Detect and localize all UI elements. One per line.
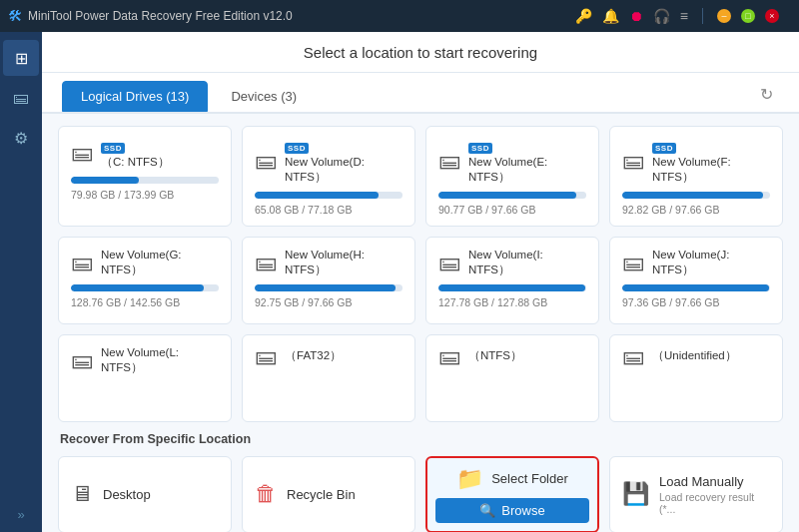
drive-card-unidentified[interactable]: 🖴 （Unidentified）: [609, 334, 783, 422]
drive-label: New Volume(D: NTFS）: [285, 155, 402, 185]
sidebar-item-home[interactable]: ⊞: [3, 40, 39, 76]
key-icon[interactable]: 🔑: [575, 8, 592, 24]
drive-size: 97.36 GB / 97.66 GB: [622, 296, 770, 308]
drive-bar-container: [622, 192, 770, 199]
drive-disk-icon: 🖴: [622, 345, 644, 367]
drive-disk-icon: 🖴: [255, 150, 277, 172]
menu-icon[interactable]: ≡: [680, 8, 688, 24]
close-button[interactable]: ×: [765, 9, 779, 23]
drive-card-ntfs[interactable]: 🖴 （NTFS）: [425, 334, 599, 422]
drive-label: New Volume(E: NTFS）: [468, 155, 586, 185]
drive-bar: [71, 284, 204, 291]
drive-bar-container: [255, 192, 402, 199]
drive-card-e[interactable]: 🖴 SSD New Volume(E: NTFS） 90.77 GB / 97.…: [425, 126, 599, 227]
drive-card-fat32[interactable]: 🖴 （FAT32）: [242, 334, 415, 422]
drive-disk-icon: 🖴: [71, 349, 93, 371]
recycle-bin-card[interactable]: 🗑 Recycle Bin: [242, 456, 415, 532]
select-folder-card[interactable]: 📁 Select Folder 🔍 Browse: [425, 456, 599, 532]
drive-bar-container: [71, 177, 219, 184]
drive-size: 79.98 GB / 173.99 GB: [71, 189, 219, 201]
ssd-badge: SSD: [468, 143, 492, 154]
bell-icon[interactable]: 🔔: [602, 8, 619, 24]
desktop-label: Desktop: [103, 487, 151, 502]
sidebar-collapse-button[interactable]: »: [17, 507, 24, 522]
drive-size: 128.76 GB / 142.56 GB: [71, 296, 219, 308]
drive-size: 92.75 GB / 97.66 GB: [255, 296, 402, 308]
drive-bar: [255, 192, 379, 199]
drive-card-f[interactable]: 🖴 SSD New Volume(F: NTFS） 92.82 GB / 97.…: [609, 126, 783, 227]
app-title: MiniTool Power Data Recovery Free Editio…: [28, 9, 575, 23]
minimize-button[interactable]: –: [717, 9, 731, 23]
drive-card-l[interactable]: 🖴 New Volume(L: NTFS）: [58, 334, 232, 422]
drive-size: 127.78 GB / 127.88 GB: [438, 296, 586, 308]
drive-disk-icon: 🖴: [438, 252, 460, 273]
drive-bar: [438, 284, 585, 291]
home-icon: ⊞: [15, 49, 28, 68]
sidebar-item-settings[interactable]: ⚙: [3, 120, 39, 156]
recycle-bin-label: Recycle Bin: [287, 487, 356, 502]
drive-bar: [622, 192, 763, 199]
drive-label: New Volume(J: NTFS）: [652, 248, 770, 277]
load-manually-sublabel: Load recovery result (*...: [659, 491, 770, 515]
drive-bar: [622, 284, 769, 291]
drive-card-h[interactable]: 🖴 New Volume(H: NTFS） 92.75 GB / 97.66 G…: [242, 237, 415, 324]
title-bar-icons: 🔑 🔔 ⏺ 🎧 ≡ – □ ×: [575, 8, 779, 24]
drive-label: （FAT32）: [285, 348, 342, 363]
drive-bar-container: [71, 284, 219, 291]
select-folder-label: Select Folder: [491, 471, 568, 486]
chevron-right-icon: »: [17, 507, 24, 522]
ssd-badge: SSD: [101, 143, 125, 154]
ssd-badge: SSD: [285, 143, 309, 154]
page-header: Select a location to start recovering: [42, 32, 799, 73]
drive-bar-container: [438, 192, 586, 199]
drive-bar: [71, 177, 139, 184]
load-manually-icon: 💾: [622, 481, 649, 507]
browse-label: Browse: [501, 503, 544, 518]
search-icon: 🔍: [479, 503, 495, 518]
drive-card-c[interactable]: 🖴 SSD （C: NTFS） 79.98 GB / 173.99 GB: [58, 126, 232, 227]
drive-card-d[interactable]: 🖴 SSD New Volume(D: NTFS） 65.08 GB / 77.…: [242, 126, 415, 227]
tab-devices[interactable]: Devices (3): [212, 81, 316, 112]
app-layout: ⊞ 🖴 ⚙ » Select a location to start recov…: [0, 32, 799, 532]
browse-button[interactable]: 🔍 Browse: [435, 498, 589, 523]
drive-label: （C: NTFS）: [101, 155, 170, 170]
load-manually-card[interactable]: 💾 Load Manually Load recovery result (*.…: [609, 456, 783, 532]
app-logo-icon: 🛠: [8, 8, 22, 24]
record-icon[interactable]: ⏺: [629, 8, 643, 24]
drive-disk-icon: 🖴: [438, 150, 460, 172]
sidebar-item-drives[interactable]: 🖴: [3, 80, 39, 116]
tabs-row: Logical Drives (13) Devices (3) ↻: [42, 73, 799, 114]
desktop-card[interactable]: 🖥 Desktop: [58, 456, 232, 532]
drive-disk-icon: 🖴: [255, 345, 277, 367]
drive-label: New Volume(L: NTFS）: [101, 345, 219, 375]
drive-bar-container: [622, 284, 770, 291]
drives-icon: 🖴: [13, 89, 29, 107]
drive-bar: [438, 192, 576, 199]
drive-label: （NTFS）: [468, 348, 522, 363]
drive-disk-icon: 🖴: [438, 345, 460, 367]
maximize-button[interactable]: □: [741, 9, 755, 23]
tab-logical-drives[interactable]: Logical Drives (13): [62, 81, 208, 112]
drive-card-j[interactable]: 🖴 New Volume(J: NTFS） 97.36 GB / 97.66 G…: [609, 237, 783, 324]
drive-card-i[interactable]: 🖴 New Volume(I: NTFS） 127.78 GB / 127.88…: [425, 237, 599, 324]
folder-icon: 📁: [456, 466, 483, 492]
drive-card-g[interactable]: 🖴 New Volume(G: NTFS） 128.76 GB / 142.56…: [58, 237, 232, 324]
ssd-badge: SSD: [652, 143, 676, 154]
specific-location-label: Recover From Specific Location: [58, 432, 783, 446]
settings-icon: ⚙: [14, 129, 28, 148]
drive-disk-icon: 🖴: [622, 150, 644, 172]
headset-icon[interactable]: 🎧: [653, 8, 670, 24]
drive-disk-icon: 🖴: [71, 252, 93, 273]
separator: [702, 8, 703, 24]
drive-size: 65.08 GB / 77.18 GB: [255, 204, 402, 216]
tab-logical-drives-label: Logical Drives (13): [81, 89, 189, 104]
drive-disk-icon: 🖴: [255, 252, 277, 273]
drive-label: New Volume(F: NTFS）: [652, 155, 770, 185]
sidebar: ⊞ 🖴 ⚙ »: [0, 32, 42, 532]
drives-grid: 🖴 SSD （C: NTFS） 79.98 GB / 173.99 GB �: [58, 126, 783, 422]
drive-label: New Volume(H: NTFS）: [285, 248, 402, 277]
drive-size: 92.82 GB / 97.66 GB: [622, 204, 770, 216]
tab-devices-label: Devices (3): [231, 89, 297, 104]
content-area: Select a location to start recovering Lo…: [42, 32, 799, 532]
refresh-button[interactable]: ↻: [754, 83, 779, 106]
